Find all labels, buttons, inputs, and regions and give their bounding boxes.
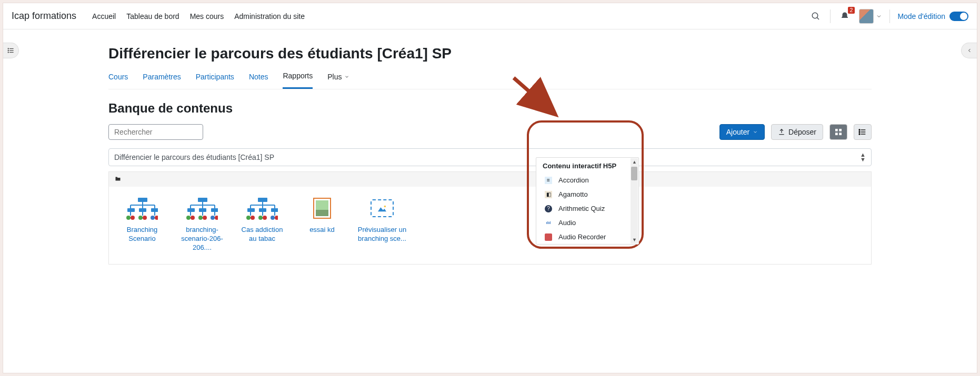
nav-mycourses[interactable]: Mes cours [190, 12, 224, 21]
content-card[interactable]: branching-scenario-206-206.... [177, 196, 227, 252]
svg-point-52 [203, 216, 207, 220]
svg-rect-61 [247, 208, 255, 212]
tab-participants[interactable]: Participants [196, 72, 234, 89]
svg-rect-62 [259, 208, 266, 212]
tab-grades[interactable]: Notes [249, 72, 268, 89]
nav-home[interactable]: Accueil [92, 12, 116, 21]
content-bank-toolbar: Ajouter Déposer [108, 124, 872, 140]
notifications-icon[interactable]: 2 [838, 9, 852, 23]
svg-point-51 [198, 216, 203, 220]
svg-point-32 [131, 216, 135, 220]
top-navbar: Icap formations Accueil Tableau de bord … [3, 3, 977, 29]
content-card[interactable]: Branching Scenario [117, 196, 167, 252]
list-icon [858, 128, 867, 136]
svg-point-74 [384, 206, 386, 208]
select-arrows-icon: ▲▼ [860, 153, 866, 162]
add-button[interactable]: Ajouter [719, 124, 765, 140]
grid-icon [834, 128, 843, 136]
scrollbar[interactable]: ▲ ▼ [631, 158, 638, 243]
tab-params[interactable]: Paramètres [143, 72, 181, 89]
toggle-switch-on[interactable] [949, 12, 968, 21]
nav-siteadmin[interactable]: Administration du site [234, 12, 305, 21]
scroll-thumb[interactable] [631, 167, 637, 180]
user-menu[interactable] [859, 9, 882, 24]
svg-rect-44 [199, 208, 206, 212]
dropdown-item-label: Accordion [558, 176, 589, 184]
svg-rect-43 [187, 208, 195, 212]
svg-rect-45 [211, 208, 218, 212]
svg-point-49 [186, 216, 191, 220]
divider [889, 9, 890, 23]
section-title: Banque de contenus [108, 101, 872, 116]
accordion-icon: ≡ [545, 177, 552, 184]
context-select[interactable]: Différencier le parcours des étudiants [… [108, 148, 872, 166]
branching-icon [126, 197, 158, 220]
svg-point-53 [211, 216, 215, 220]
context-selected-label: Différencier le parcours des étudiants [… [114, 153, 274, 161]
scroll-up-icon[interactable]: ▲ [632, 159, 637, 165]
chevron-down-icon [753, 129, 758, 135]
dropdown-item[interactable]: ılıl Audio [536, 216, 638, 230]
card-label: Branching Scenario [117, 226, 167, 243]
search-input[interactable] [108, 124, 203, 140]
nav-dashboard[interactable]: Tableau de bord [126, 12, 179, 21]
svg-point-50 [191, 216, 195, 220]
svg-point-35 [151, 216, 155, 220]
svg-point-18 [859, 134, 860, 135]
branching-icon [186, 197, 218, 220]
tab-reports[interactable]: Rapports [283, 72, 313, 89]
breadcrumb-bar[interactable] [109, 172, 871, 187]
svg-point-68 [251, 216, 255, 220]
dropdown-item[interactable]: ? Arithmetic Quiz [536, 201, 638, 216]
view-list-button[interactable] [854, 124, 872, 140]
dropdown-item[interactable]: ≡ Accordion [536, 173, 638, 187]
svg-point-54 [215, 216, 218, 220]
page-title: Différencier le parcours des étudiants [… [108, 45, 872, 62]
content-card[interactable]: Prévisualiser un branching sce... [357, 196, 407, 252]
content-card[interactable]: essai kd [297, 196, 347, 252]
svg-point-36 [155, 216, 158, 220]
dropdown-item[interactable]: ◧ Agamotto [536, 187, 638, 201]
course-tabs: Cours Paramètres Participants Notes Rapp… [108, 72, 872, 89]
svg-point-33 [138, 216, 143, 220]
svg-point-31 [126, 216, 131, 220]
svg-point-17 [859, 131, 860, 133]
scroll-down-icon[interactable]: ▼ [632, 237, 637, 242]
content-card[interactable]: Cas addiction au tabac [237, 196, 287, 252]
avatar [859, 9, 874, 24]
edit-mode-label: Mode d'édition [897, 12, 945, 21]
tab-course[interactable]: Cours [108, 72, 128, 89]
primary-nav: Accueil Tableau de bord Mes cours Admini… [92, 12, 305, 21]
view-grid-button[interactable] [829, 124, 847, 140]
edit-mode-toggle[interactable]: Mode d'édition [897, 12, 968, 21]
dropdown-item[interactable]: Audio Recorder [536, 230, 638, 244]
site-brand[interactable]: Icap formations [12, 11, 76, 22]
svg-rect-63 [271, 208, 278, 212]
svg-point-67 [246, 216, 251, 220]
add-dropdown-panel: Contenu interactif H5P ≡ Accordion ◧ Aga… [536, 128, 641, 245]
svg-rect-55 [258, 198, 267, 202]
svg-point-34 [143, 216, 147, 220]
dropdown-item-label: Agamotto [558, 190, 588, 198]
search-icon[interactable] [809, 9, 823, 23]
svg-marker-73 [378, 207, 386, 211]
svg-line-1 [817, 17, 819, 19]
main-content: Différencier le parcours des étudiants [… [3, 29, 977, 265]
svg-point-69 [258, 216, 263, 220]
agamotto-icon: ◧ [545, 191, 552, 198]
svg-rect-19 [138, 198, 147, 202]
svg-point-71 [271, 216, 275, 220]
tab-more[interactable]: Plus [327, 72, 349, 89]
svg-rect-11 [835, 133, 838, 135]
content-area: Branching Scenario [108, 171, 872, 265]
dropdown-item-label: Arithmetic Quiz [558, 205, 605, 212]
audio-icon: ılıl [545, 219, 552, 227]
svg-point-0 [813, 13, 818, 18]
svg-rect-12 [839, 133, 842, 135]
svg-rect-37 [198, 198, 207, 202]
content-cards: Branching Scenario [109, 187, 871, 264]
svg-rect-9 [835, 129, 838, 131]
card-label: branching-scenario-206-206.... [177, 226, 227, 252]
upload-button[interactable]: Déposer [771, 124, 823, 140]
notifications-badge: 2 [848, 7, 855, 14]
